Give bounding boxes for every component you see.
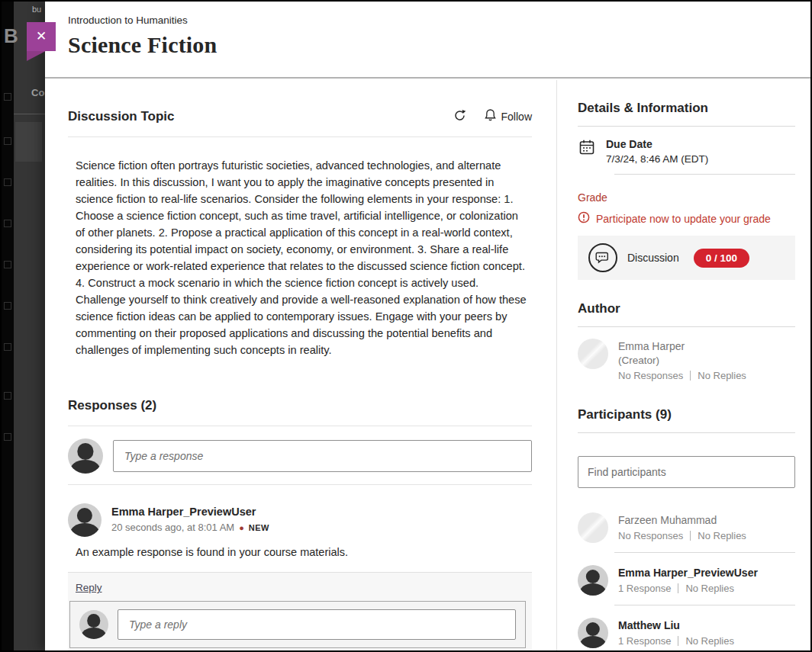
- discussion-panel: Introduction to Humanities Science Ficti…: [45, 2, 810, 650]
- refresh-button[interactable]: [453, 109, 466, 124]
- backdrop-logo-fragment: B: [4, 24, 18, 48]
- stat-separator: [690, 371, 691, 381]
- details-heading: Details & Information: [578, 101, 795, 116]
- nav-icon: [4, 302, 11, 310]
- refresh-icon: [453, 109, 466, 124]
- backdrop-nav-fragment: Co: [31, 87, 44, 98]
- topic-header-row: Discussion Topic Follow: [68, 108, 532, 124]
- author-replies: No Replies: [698, 370, 746, 381]
- participant-stats: 1 Response No Replies: [618, 583, 758, 594]
- grade-warning-row: Participate now to update your grade: [578, 211, 795, 226]
- reply-link[interactable]: Reply: [76, 582, 102, 593]
- author-info: Emma Harper (Creator) No Responses No Re…: [618, 339, 746, 381]
- backdrop-text-fragment: bu: [32, 5, 41, 14]
- grade-item-label: Discussion: [627, 252, 679, 264]
- participants-heading: Participants (9): [578, 407, 795, 422]
- response-item: Emma Harper_PreviewUser 20 seconds ago, …: [68, 503, 532, 558]
- nav-icon: [4, 261, 11, 268]
- divider: [614, 605, 795, 605]
- participant-responses: No Responses: [618, 530, 683, 541]
- due-date-row: Due Date 7/3/24, 8:46 AM (EDT): [578, 138, 795, 165]
- divider: [578, 432, 795, 433]
- page-title: Science Fiction: [68, 32, 810, 58]
- participant-stats: 1 Response No Replies: [618, 635, 734, 647]
- nav-strip: [2, 2, 14, 650]
- divider: [68, 137, 532, 137]
- topic-body: Science fiction often portrays futuristi…: [76, 157, 530, 358]
- nav-icon: [4, 93, 11, 101]
- stat-separator: [678, 583, 678, 593]
- reply-area: Reply: [68, 572, 532, 652]
- due-date-block: Due Date 7/3/24, 8:46 AM (EDT): [606, 138, 708, 165]
- response-input[interactable]: [113, 440, 532, 472]
- grade-box: Discussion 0 / 100: [578, 236, 795, 280]
- nav-icon: [4, 433, 11, 441]
- author-role: (Creator): [618, 355, 746, 366]
- participant-info: Emma Harper_PreviewUser 1 Response No Re…: [618, 565, 758, 596]
- participant-avatar: [578, 565, 608, 596]
- response-composer: [68, 438, 532, 474]
- participant-avatar: [578, 618, 608, 648]
- response-author-name: Emma Harper_PreviewUser: [111, 506, 269, 518]
- close-icon: ✕: [36, 29, 47, 43]
- grade-label: Grade: [578, 191, 795, 204]
- close-button[interactable]: ✕: [27, 22, 56, 51]
- reply-composer: [69, 601, 526, 648]
- divider: [68, 484, 532, 485]
- participant-stats: No Responses No Replies: [618, 530, 746, 541]
- response-author-avatar: [68, 503, 102, 537]
- calendar-icon: [578, 138, 596, 165]
- nav-icon: [4, 178, 11, 186]
- bell-icon: [485, 108, 496, 124]
- divider: [614, 174, 795, 175]
- grade-score-pill: 0 / 100: [694, 249, 749, 268]
- participant-replies: No Replies: [685, 583, 734, 594]
- divider: [614, 552, 795, 553]
- new-badge-dot: ●: [239, 523, 244, 532]
- author-avatar: [578, 339, 608, 369]
- responses-heading: Responses (2): [68, 398, 532, 413]
- reply-link-row: Reply: [68, 573, 532, 601]
- backdrop-divider: [14, 114, 45, 114]
- divider: [578, 326, 795, 327]
- nav-icon: [4, 220, 11, 227]
- participant-info: Farzeen Muhammad No Responses No Replies: [618, 512, 746, 543]
- author-row: Emma Harper (Creator) No Responses No Re…: [578, 339, 795, 381]
- response-timestamp-row: 20 seconds ago, at 8:01 AM ● NEW: [111, 522, 269, 533]
- discussion-icon: [588, 243, 617, 272]
- participant-responses: 1 Response: [618, 635, 671, 647]
- participant-replies: No Replies: [685, 635, 734, 647]
- response-meta-block: Emma Harper_PreviewUser 20 seconds ago, …: [111, 503, 269, 537]
- topic-actions: Follow: [453, 108, 532, 124]
- follow-label: Follow: [501, 111, 532, 123]
- screen: bu B Co ✕ Introduction to Humanities Sci…: [0, 0, 812, 652]
- due-date-label: Due Date: [606, 138, 708, 150]
- backdrop-tile: [15, 122, 42, 162]
- participant-responses: 1 Response: [618, 583, 671, 594]
- participant-avatar: [578, 512, 608, 543]
- discussion-topic-heading: Discussion Topic: [68, 109, 175, 124]
- course-name: Introduction to Humanities: [68, 14, 810, 26]
- nav-icon: [4, 392, 11, 400]
- participant-name: Matthew Liu: [618, 619, 734, 631]
- details-sidebar: Details & Information Due Date 7/3/24, 8…: [578, 101, 795, 648]
- participant-name: Emma Harper_PreviewUser: [618, 567, 758, 579]
- main-column: Discussion Topic Follow: [68, 108, 532, 652]
- divider: [68, 426, 532, 426]
- author-name: Emma Harper: [618, 340, 746, 352]
- nav-icon: [4, 343, 11, 351]
- current-user-avatar: [68, 438, 103, 474]
- current-user-avatar: [79, 610, 108, 639]
- warning-icon: [578, 211, 590, 226]
- participant-replies: No Replies: [698, 530, 746, 541]
- find-participants-input[interactable]: [578, 456, 795, 488]
- participant-row: Emma Harper_PreviewUser 1 Response No Re…: [578, 565, 795, 596]
- column-divider: [556, 80, 557, 650]
- reply-input[interactable]: [118, 609, 516, 640]
- new-badge: NEW: [249, 523, 269, 532]
- participant-row: Farzeen Muhammad No Responses No Replies: [578, 512, 795, 543]
- response-timestamp: 20 seconds ago, at 8:01 AM: [111, 522, 234, 533]
- follow-button[interactable]: Follow: [485, 108, 532, 124]
- participant-name: Farzeen Muhammad: [618, 514, 746, 526]
- stat-separator: [678, 636, 678, 646]
